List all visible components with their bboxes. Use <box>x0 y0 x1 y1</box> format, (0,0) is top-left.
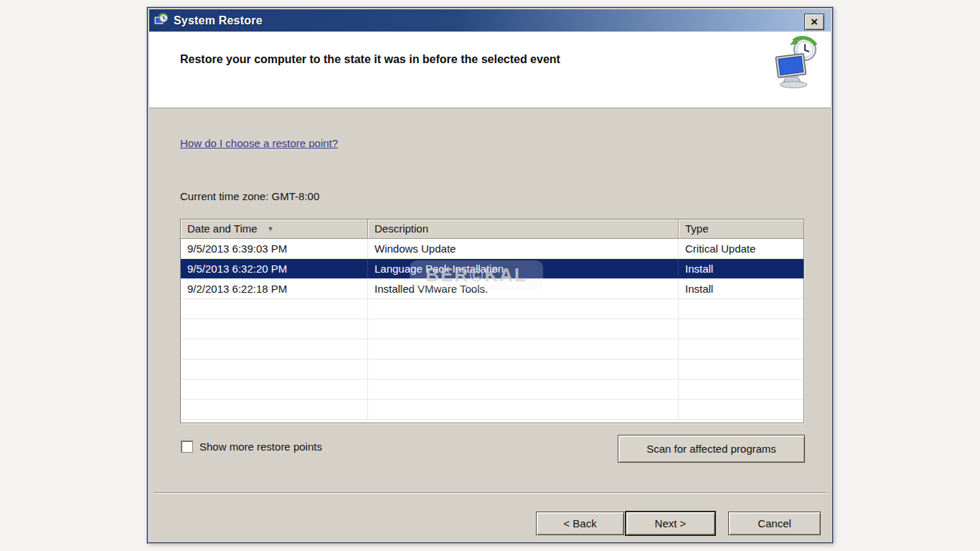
column-header-type[interactable]: Type <box>679 220 804 239</box>
cell-type: Install <box>679 279 804 298</box>
cell-date: 9/5/2013 6:32:20 PM <box>181 259 368 278</box>
system-restore-header-icon <box>772 34 819 89</box>
page-title: Restore your computer to the state it wa… <box>180 53 560 66</box>
cell-type: Install <box>679 259 804 278</box>
help-link[interactable]: How do I choose a restore point? <box>180 137 338 149</box>
wizard-header: Restore your computer to the state it wa… <box>149 32 831 108</box>
table-row[interactable]: 9/5/2013 6:39:03 PM Windows Update Criti… <box>181 239 804 259</box>
divider <box>154 492 826 494</box>
cancel-button[interactable]: Cancel <box>728 512 821 535</box>
wizard-body: How do I choose a restore point? Current… <box>149 109 831 541</box>
table-header: Date and Time▼ Description Type <box>181 220 804 239</box>
restore-points-table: Date and Time▼ Description Type 9/5/2013… <box>180 219 804 423</box>
desktop-background: System Restore × Restore your computer t… <box>0 0 980 551</box>
cell-description: Installed VMware Tools. <box>368 279 679 298</box>
table-empty-row <box>181 299 804 319</box>
timezone-label: Current time zone: GMT-8:00 <box>180 190 319 202</box>
cell-type: Critical Update <box>679 239 804 258</box>
table-empty-row <box>181 319 804 339</box>
back-button[interactable]: < Back <box>536 512 624 535</box>
system-restore-icon <box>154 13 169 28</box>
sort-descending-icon: ▼ <box>268 225 274 232</box>
table-empty-row <box>181 359 804 380</box>
column-header-date-time[interactable]: Date and Time▼ <box>181 220 368 239</box>
table-empty-row <box>181 339 804 359</box>
table-empty-row <box>181 400 804 420</box>
table-row-selected[interactable]: 9/5/2013 6:32:20 PM Language Pack Instal… <box>181 259 804 279</box>
next-button[interactable]: Next > <box>625 511 716 536</box>
column-header-description[interactable]: Description <box>368 220 679 239</box>
window-title: System Restore <box>174 14 263 27</box>
title-bar[interactable]: System Restore × <box>149 9 831 32</box>
scan-affected-programs-button[interactable]: Scan for affected programs <box>618 435 805 463</box>
close-icon: × <box>811 15 818 29</box>
table-empty-row <box>181 380 804 400</box>
cell-description: Language Pack Installation <box>368 259 679 278</box>
show-more-row: Show more restore points <box>181 441 322 453</box>
table-row[interactable]: 9/2/2013 6:22:18 PM Installed VMware Too… <box>181 279 804 299</box>
close-button[interactable]: × <box>804 14 824 30</box>
cell-date: 9/2/2013 6:22:18 PM <box>181 279 368 298</box>
show-more-checkbox[interactable] <box>181 441 193 453</box>
show-more-label[interactable]: Show more restore points <box>199 441 322 453</box>
cell-description: Windows Update <box>368 239 679 258</box>
system-restore-dialog: System Restore × Restore your computer t… <box>147 7 833 543</box>
cell-date: 9/5/2013 6:39:03 PM <box>181 239 368 258</box>
